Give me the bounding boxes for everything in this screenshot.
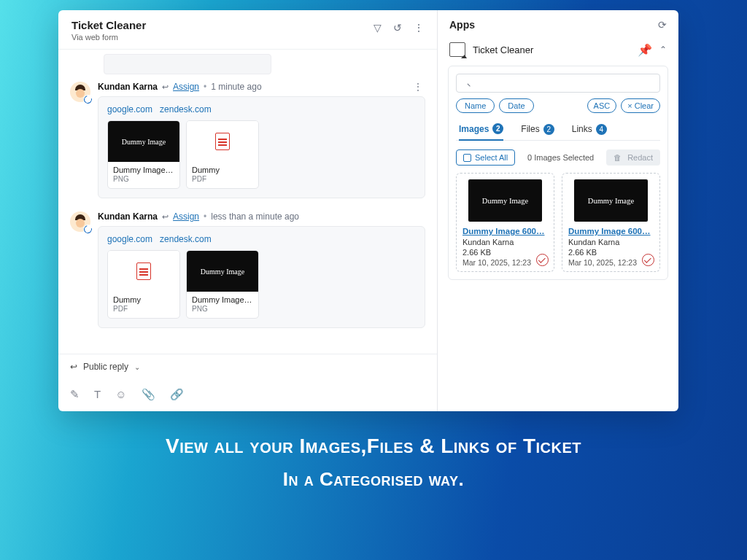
tab-images[interactable]: Images 2 [459,123,503,141]
message-link[interactable]: zendesk.com [160,104,212,114]
message-card: google.com zendesk.com Dummy Image Dummy… [98,96,425,198]
attachment-type: PDF [192,175,253,183]
marketing-caption: View all your Images,Files & Links of Ti… [0,435,747,491]
attachment-name: Dummy Image 600… [192,295,253,304]
caption-line1: View all your Images,Files & Links of Ti… [0,435,747,458]
message-time: 1 minute ago [211,82,261,92]
tab-images-count: 2 [492,123,503,134]
zendesk-window: Ticket Cleaner Via web form ▽ ↺ ⋮ Kundan… [58,10,678,411]
attachment-type: PNG [113,175,174,183]
ticket-cleaner-panel: Name Date ASC × Clear Images 2 Files 2 [448,66,668,280]
ticket-message: Kundan Karna ↩ Assign • 1 minute ago ⋮ g… [70,82,425,207]
filter-date[interactable]: Date [499,98,533,113]
assign-link[interactable]: Assign [173,211,199,222]
collapsed-message[interactable] [104,54,271,74]
reply-mode-row[interactable]: ↩ Public reply ⌄ [58,354,437,379]
status-ok-icon [536,254,549,266]
message-author: Kundan Karna [98,211,158,222]
attachment-thumb [108,251,179,292]
message-card: google.com zendesk.com Dummy PDF [98,226,425,328]
pdf-icon [136,262,151,280]
tab-files[interactable]: Files 2 [521,123,554,140]
ticket-via: Via web form [71,33,146,42]
image-size: 2.66 KB [462,248,548,257]
message-link[interactable]: zendesk.com [160,234,212,244]
assign-link[interactable]: Assign [173,82,199,92]
reply-icon: ↩ [162,212,169,222]
emoji-icon[interactable]: ☺ [115,388,126,401]
attachment-thumb [187,121,258,162]
tab-links-count: 4 [596,124,607,135]
image-filename[interactable]: Dummy Image 600… [568,227,654,236]
image-thumb: Dummy Image [574,179,648,222]
image-date: Mar 10, 2025, 12:23 [568,258,654,267]
avatar [70,82,90,102]
pin-icon[interactable]: 📌 [638,43,652,57]
image-card[interactable]: Dummy Image Dummy Image 600… Kundan Karn… [562,173,660,272]
apps-pane: Apps ⟳ Ticket Cleaner 📌 ⌃ Name Date ASC [438,10,678,411]
overflow-icon[interactable]: ⋮ [414,22,424,34]
compose-icon[interactable]: ✎ [70,388,80,401]
ticket-title: Ticket Cleaner [71,19,146,31]
message-time: less than a minute ago [211,211,299,222]
image-owner: Kundan Karna [462,238,548,246]
attachment-type: PDF [113,305,174,313]
ticket-header: Ticket Cleaner Via web form ▽ ↺ ⋮ [58,10,437,50]
image-filename[interactable]: Dummy Image 600… [462,227,548,236]
reply-icon: ↩ [162,82,169,92]
image-owner: Kundan Karna [568,238,654,246]
image-card[interactable]: Dummy Image Dummy Image 600… Kundan Karn… [456,173,554,272]
caption-line2: In a Categorised way. [0,468,747,491]
image-thumb: Dummy Image [468,179,542,222]
attachment-name: Dummy [192,166,253,174]
chevron-down-icon: ⌄ [134,363,140,371]
redact-button[interactable]: 🗑 Redact [606,149,660,166]
image-date: Mar 10, 2025, 12:23 [462,258,548,267]
link-icon[interactable]: 🔗 [170,388,184,401]
image-size: 2.66 KB [568,248,654,257]
filter-name[interactable]: Name [456,98,495,113]
reply-icon: ↩ [70,362,77,372]
attachment[interactable]: Dummy PDF [186,120,259,189]
attachment-type: PNG [192,305,253,313]
history-icon[interactable]: ↺ [393,22,402,34]
clear-chip[interactable]: × Clear [621,98,660,113]
tab-files-count: 2 [543,124,554,135]
tab-links[interactable]: Links 4 [572,123,607,140]
attachment[interactable]: Dummy Image Dummy Image 600… PNG [107,120,180,189]
ticket-pane: Ticket Cleaner Via web form ▽ ↺ ⋮ Kundan… [58,10,438,411]
apps-header: Apps [449,19,475,31]
app-name: Ticket Cleaner [473,44,533,55]
attachment-name: Dummy [113,295,174,304]
avatar [70,211,90,232]
message-overflow-icon[interactable]: ⋮ [414,82,422,92]
ticket-message: Kundan Karna ↩ Assign • less than a minu… [70,211,425,337]
app-icon [449,42,465,57]
filter-icon[interactable]: ▽ [374,22,382,34]
refresh-icon[interactable]: ⟳ [658,19,667,31]
text-icon[interactable]: T [94,388,101,401]
attachment-name: Dummy Image 600… [113,166,174,174]
message-link[interactable]: google.com [107,104,152,114]
category-tabs: Images 2 Files 2 Links 4 [456,119,660,141]
attachment[interactable]: Dummy PDF [107,250,180,319]
attach-icon[interactable]: 📎 [142,388,155,401]
sort-asc[interactable]: ASC [587,98,617,113]
pdf-icon [215,133,230,150]
chevron-up-icon[interactable]: ⌃ [659,44,667,55]
message-link[interactable]: google.com [107,234,152,244]
message-author: Kundan Karna [98,82,158,92]
search-input[interactable] [456,74,660,93]
attachment[interactable]: Dummy Image Dummy Image 600… PNG [186,250,259,319]
selection-count: 0 Images Selected [522,153,599,162]
composer-toolbar: ✎ T ☺ 📎 🔗 [58,379,437,411]
status-ok-icon [642,254,654,266]
select-all-button[interactable]: Select All [456,149,515,166]
attachment-thumb: Dummy Image [187,251,258,292]
conversation: Kundan Karna ↩ Assign • 1 minute ago ⋮ g… [58,50,437,354]
reply-mode-label: Public reply [83,362,128,372]
image-grid: Dummy Image Dummy Image 600… Kundan Karn… [456,173,660,272]
attachment-thumb: Dummy Image [108,121,179,162]
